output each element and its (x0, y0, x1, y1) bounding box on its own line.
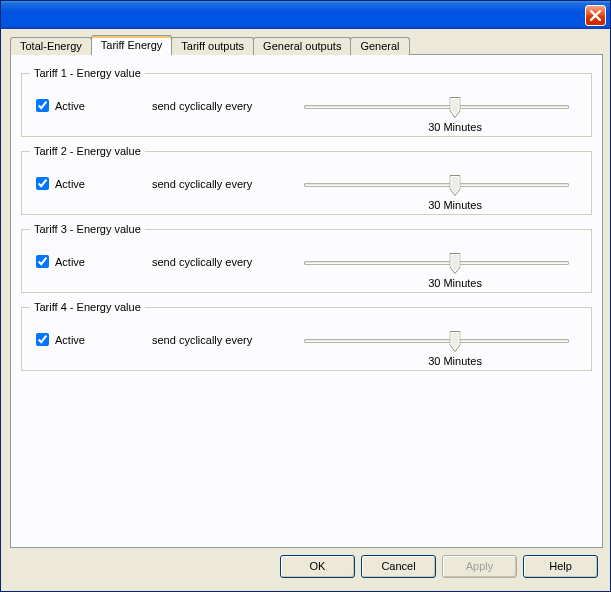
group-row: Active send cyclically every 30 Minutes (36, 251, 577, 295)
group-legend: Tariff 4 - Energy value (30, 301, 145, 313)
group-tariff-3: Tariff 3 - Energy value Active send cycl… (21, 223, 592, 293)
send-label: send cyclically every (152, 334, 252, 346)
active-checkbox-wrap[interactable]: Active (36, 333, 85, 346)
group-legend: Tariff 3 - Energy value (30, 223, 145, 235)
active-label: Active (55, 334, 85, 346)
content-area: Total-Energy Tariff Energy Tariff output… (10, 35, 603, 548)
interval-slider[interactable]: 30 Minutes (304, 329, 569, 373)
active-checkbox[interactable] (36, 99, 49, 112)
cancel-button[interactable]: Cancel (361, 555, 436, 578)
ok-button[interactable]: OK (280, 555, 355, 578)
active-checkbox-wrap[interactable]: Active (36, 99, 85, 112)
close-button[interactable] (585, 5, 606, 26)
interval-slider[interactable]: 30 Minutes (304, 251, 569, 295)
apply-button: Apply (442, 555, 517, 578)
group-legend: Tariff 1 - Energy value (30, 67, 145, 79)
help-button[interactable]: Help (523, 555, 598, 578)
active-label: Active (55, 256, 85, 268)
slider-thumb[interactable] (450, 175, 461, 196)
send-label: send cyclically every (152, 256, 252, 268)
interval-slider[interactable]: 30 Minutes (304, 173, 569, 217)
titlebar (1, 1, 610, 29)
tab-total-energy[interactable]: Total-Energy (10, 37, 92, 55)
active-checkbox-wrap[interactable]: Active (36, 255, 85, 268)
active-checkbox[interactable] (36, 255, 49, 268)
send-label: send cyclically every (152, 100, 252, 112)
slider-value: 30 Minutes (428, 355, 482, 367)
tab-general-outputs[interactable]: General outputs (253, 37, 351, 55)
group-tariff-1: Tariff 1 - Energy value Active send cycl… (21, 67, 592, 137)
group-tariff-2: Tariff 2 - Energy value Active send cycl… (21, 145, 592, 215)
tab-general[interactable]: General (350, 37, 409, 55)
tabpanel-tariff-energy: Tariff 1 - Energy value Active send cycl… (10, 54, 603, 548)
active-checkbox[interactable] (36, 333, 49, 346)
slider-track (304, 105, 569, 109)
slider-track (304, 261, 569, 265)
slider-track (304, 183, 569, 187)
slider-thumb[interactable] (450, 253, 461, 274)
group-row: Active send cyclically every 30 Minutes (36, 173, 577, 217)
dialog-window: Total-Energy Tariff Energy Tariff output… (0, 0, 611, 592)
slider-track (304, 339, 569, 343)
button-bar: OK Cancel Apply Help (1, 551, 610, 591)
close-icon (590, 10, 601, 21)
slider-thumb[interactable] (450, 97, 461, 118)
active-checkbox[interactable] (36, 177, 49, 190)
tab-tariff-outputs[interactable]: Tariff outputs (171, 37, 254, 55)
slider-value: 30 Minutes (428, 121, 482, 133)
slider-value: 30 Minutes (428, 199, 482, 211)
slider-thumb[interactable] (450, 331, 461, 352)
interval-slider[interactable]: 30 Minutes (304, 95, 569, 139)
group-tariff-4: Tariff 4 - Energy value Active send cycl… (21, 301, 592, 371)
active-checkbox-wrap[interactable]: Active (36, 177, 85, 190)
active-label: Active (55, 178, 85, 190)
send-label: send cyclically every (152, 178, 252, 190)
tabstrip: Total-Energy Tariff Energy Tariff output… (10, 35, 603, 55)
tab-tariff-energy[interactable]: Tariff Energy (91, 35, 173, 55)
group-legend: Tariff 2 - Energy value (30, 145, 145, 157)
active-label: Active (55, 100, 85, 112)
slider-value: 30 Minutes (428, 277, 482, 289)
group-row: Active send cyclically every 30 Minutes (36, 329, 577, 373)
group-row: Active send cyclically every 30 Minutes (36, 95, 577, 139)
